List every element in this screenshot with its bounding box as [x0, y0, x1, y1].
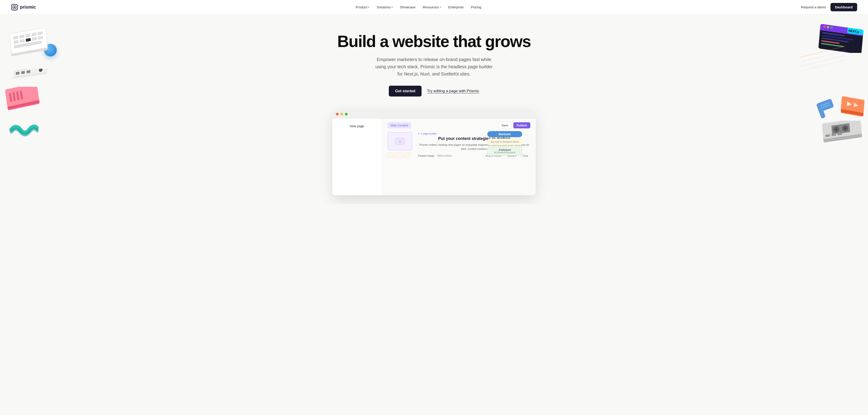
blue-clip-decoration [814, 98, 841, 119]
app-content: New page Main Content Save Publish Marke… [332, 119, 536, 195]
svg-rect-47 [841, 97, 865, 117]
svg-rect-20 [27, 70, 30, 73]
try-editing-button[interactable]: Try editing a page with Prismic [427, 89, 479, 93]
request-demo-button[interactable]: Request a demo [801, 5, 826, 9]
logo[interactable]: prismic [11, 4, 36, 11]
main-content-tab[interactable]: Main Content [388, 122, 411, 128]
nav-links: Product ▾ Solutions ▾ Showcase Resources… [356, 5, 482, 9]
svg-rect-48 [841, 96, 865, 114]
hero-section: NEXT.js [0, 14, 868, 204]
content-images: ⊙ [388, 132, 414, 158]
svg-rect-29 [7, 100, 39, 109]
app-topbar: Main Content Save Publish [388, 122, 530, 129]
nav-item-pricing[interactable]: Pricing [471, 5, 481, 9]
svg-rect-61 [837, 132, 842, 135]
svg-point-2 [14, 6, 15, 8]
svg-rect-22 [13, 72, 48, 79]
orange-device-decoration [841, 96, 868, 119]
svg-line-45 [800, 55, 845, 66]
nav-item-enterprise[interactable]: Enterprise [448, 5, 464, 9]
nav-item-resources[interactable]: Resources ▾ [423, 5, 441, 9]
svg-point-57 [842, 125, 848, 131]
just-now-label: Just now by Benjamin Martin [490, 140, 519, 143]
unpublished-card: Just now by Benjamin Martin [487, 138, 522, 145]
hero-title: Build a website that grows [4, 33, 864, 51]
browser-titlebar [332, 110, 536, 119]
nav-item-showcase[interactable]: Showcase [400, 5, 415, 9]
svg-rect-19 [21, 71, 25, 74]
svg-point-56 [835, 128, 837, 131]
small-ph-1 [388, 153, 394, 158]
get-started-button[interactable]: Get started [389, 86, 422, 97]
nav-item-solutions[interactable]: Solutions ▾ [377, 5, 393, 9]
joystick-decoration [11, 69, 52, 82]
svg-rect-59 [825, 134, 830, 137]
svg-rect-62 [823, 134, 862, 142]
svg-rect-18 [16, 72, 20, 75]
hero-subtitle: Empower marketers to release on-brand pa… [375, 56, 493, 77]
svg-rect-53 [822, 121, 862, 139]
svg-point-34 [827, 26, 829, 28]
svg-point-33 [823, 25, 826, 28]
svg-rect-17 [13, 69, 48, 77]
marketer-bubble: Marketer [487, 131, 522, 137]
svg-line-46 [800, 60, 845, 71]
svg-point-35 [831, 27, 833, 29]
svg-point-55 [833, 126, 839, 132]
app-toolbar-actions: Save Publish [498, 122, 530, 129]
browser-dot-red [336, 113, 339, 116]
logo-icon [11, 4, 18, 11]
svg-point-58 [844, 127, 846, 129]
svg-marker-49 [847, 101, 852, 107]
small-ph-2 [396, 153, 402, 158]
annotation-bubbles: Marketer Just now by Benjamin Martin Pub… [487, 131, 522, 156]
svg-rect-60 [831, 133, 836, 136]
svg-line-44 [800, 51, 845, 62]
app-main: Main Content Save Publish Marketer Just … [382, 119, 536, 195]
gray-device-decoration [818, 121, 864, 148]
main-image-placeholder: ⊙ [388, 132, 412, 150]
small-ph-3 [404, 153, 410, 158]
browser-mockup: New page Main Content Save Publish Marke… [332, 110, 536, 195]
svg-rect-51 [841, 109, 864, 116]
svg-rect-52 [822, 121, 862, 142]
browser-dot-green [345, 113, 348, 116]
navbar: prismic Product ▾ Solutions ▾ Showcase R… [0, 0, 868, 14]
feature-image-label: Feature image [418, 154, 434, 157]
nav-item-product[interactable]: Product ▾ [356, 5, 370, 9]
browser-dot-yellow [340, 113, 343, 116]
svg-point-21 [39, 69, 42, 72]
small-image-placeholders [388, 153, 414, 158]
chevron-down-icon: ▾ [440, 6, 441, 8]
dashboard-button[interactable]: Dashboard [831, 3, 857, 11]
tag-hash-icon: # [418, 132, 420, 135]
logo-text: prismic [20, 4, 36, 10]
sidebar-new-page: New page [332, 122, 382, 130]
app-sidebar: New page [332, 119, 382, 195]
svg-rect-54 [831, 123, 850, 135]
published-card: Published by Renaud Bressand [487, 147, 522, 156]
teal-shapes-decoration [9, 123, 38, 136]
publish-button[interactable]: Publish [513, 122, 530, 128]
published-by: by Renaud Bressand [490, 151, 519, 154]
published-label: Published [490, 149, 519, 151]
chevron-down-icon: ▾ [392, 6, 393, 8]
image-icon: ⊙ [395, 138, 404, 145]
svg-marker-50 [854, 103, 859, 108]
hero-buttons: Get started Try editing a page with Pris… [4, 86, 864, 97]
save-button[interactable]: Save [498, 122, 512, 129]
chevron-down-icon: ▾ [368, 6, 369, 8]
nav-actions: Request a demo Dashboard [801, 3, 857, 11]
feature-image-size: 2800×1040px [437, 154, 452, 157]
